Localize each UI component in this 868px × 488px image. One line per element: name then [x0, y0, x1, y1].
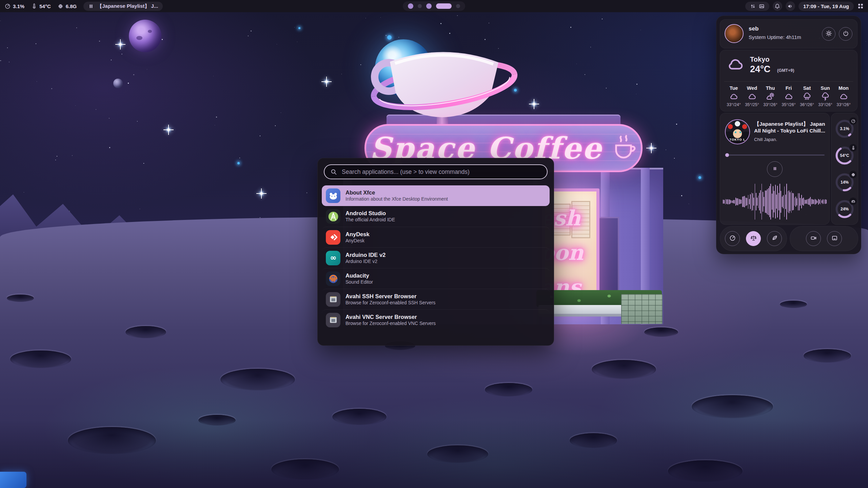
- waveform-bar: [743, 196, 744, 207]
- star: [457, 15, 458, 16]
- performance-profile-button[interactable]: [725, 231, 740, 246]
- shop-tiles: [621, 294, 663, 324]
- star: [57, 156, 57, 157]
- forecast-day-wed: Wed35°/25°: [744, 85, 760, 108]
- network-traffic-icon[interactable]: [750, 3, 756, 9]
- star: [689, 204, 689, 204]
- search-bar[interactable]: [324, 164, 548, 179]
- app-row-audacity[interactable]: AudacitySound Editor: [322, 268, 550, 289]
- cloud-icon: [725, 56, 746, 73]
- app-row-arduino-ide-v2[interactable]: ∞Arduino IDE v2Arduino IDE v2: [322, 247, 550, 268]
- topbar-right-cluster: 17:09 - Tue, 19 Aug: [745, 1, 868, 11]
- workspace-dot-1[interactable]: [408, 3, 413, 9]
- waveform-bar: [736, 198, 737, 205]
- xfce-app-icon: [326, 188, 340, 203]
- pause-icon: [88, 3, 94, 9]
- search-input[interactable]: [341, 168, 541, 176]
- now-playing-pill[interactable]: 【Japanese Playlist】 J...: [83, 2, 163, 11]
- gauge-disk: 24%: [834, 199, 855, 219]
- star: [55, 160, 56, 160]
- forecast-temps: 36°/26°: [800, 102, 814, 107]
- audio-visualizer: [723, 182, 827, 221]
- powersaver-profile-button[interactable]: [767, 231, 782, 246]
- app-description: Sound Editor: [346, 280, 373, 285]
- cloud-icon: [748, 92, 756, 101]
- notifications-button[interactable]: [773, 1, 782, 11]
- waveform-bar: [796, 198, 797, 205]
- forecast-temps: 33°/26°: [836, 102, 850, 107]
- audacity-app-icon: [326, 271, 340, 286]
- avahi-app-icon: [326, 313, 340, 327]
- forecast-day-label: Thu: [766, 85, 775, 91]
- settings-button[interactable]: [822, 27, 835, 41]
- waveform-bar: [774, 191, 774, 212]
- star: [590, 47, 591, 47]
- star: [602, 19, 603, 19]
- user-card: seb System Uptime: 4h11m: [720, 19, 857, 48]
- tray-pill: [745, 2, 769, 11]
- balanced-profile-button[interactable]: [746, 231, 761, 246]
- crater: [592, 360, 656, 379]
- app-grid-icon[interactable]: [857, 3, 864, 9]
- star: [111, 60, 112, 60]
- app-row-anydesk[interactable]: AnyDeskAnyDesk: [322, 227, 550, 247]
- workspace-dot-3[interactable]: [426, 3, 432, 9]
- topbar-left-cluster: 3.1%54°C6.8G 【Japanese Playlist】 J...: [0, 2, 163, 11]
- workspace-dot-5[interactable]: [456, 4, 460, 8]
- waveform-bar: [775, 185, 776, 219]
- waveform-bar: [807, 199, 807, 204]
- app-name: Avahi VNC Server Browser: [346, 314, 436, 320]
- volume-button[interactable]: [786, 1, 795, 11]
- power-profiles-group: [720, 226, 787, 251]
- workspace-dots: [403, 1, 465, 11]
- stat-gauge: 3.1%: [5, 3, 24, 9]
- waveform-bar: [768, 188, 769, 215]
- wallpaper-icon[interactable]: [759, 3, 765, 9]
- forecast-temps: 33°/26°: [818, 102, 832, 107]
- track-progress-slider[interactable]: [725, 153, 825, 157]
- waveform-bar: [759, 193, 760, 210]
- waveform-bar: [826, 200, 827, 204]
- capture-tools-group: [790, 226, 858, 251]
- forecast-day-tue: Tue33°/24°: [726, 85, 742, 108]
- crater: [125, 326, 166, 338]
- power-button[interactable]: [839, 27, 852, 41]
- waveform-bar: [734, 200, 735, 204]
- waveform-bar: [809, 198, 810, 205]
- waveform-bar: [786, 184, 787, 220]
- app-row-android-studio[interactable]: Android StudioThe official Android IDE: [322, 206, 550, 227]
- waveform-bar: [822, 200, 822, 203]
- star: [294, 27, 295, 27]
- workspace-dot-4[interactable]: [436, 3, 452, 9]
- star: [277, 44, 277, 44]
- app-description: The official Android IDE: [346, 217, 395, 222]
- sign-coffee-cup-icon: [611, 134, 637, 162]
- app-row-avahi-vnc-server-browser[interactable]: Avahi VNC Server BrowserBrowse for Zeroc…: [322, 309, 550, 330]
- waveform-bar: [821, 199, 821, 204]
- progress-thumb[interactable]: [725, 153, 729, 157]
- star: [215, 125, 215, 125]
- waveform-bar: [732, 201, 733, 203]
- app-row-about-xfce[interactable]: About XfceInformation about the Xfce Des…: [322, 185, 550, 206]
- star: [216, 117, 217, 118]
- star: [213, 76, 214, 76]
- screen-record-button[interactable]: [806, 231, 821, 246]
- play-pause-button[interactable]: [767, 161, 783, 177]
- bright-star: [237, 162, 240, 164]
- system-uptime: System Uptime: 4h11m: [749, 34, 801, 40]
- screenshot-button[interactable]: [827, 231, 842, 246]
- music-player-card: TOKYO L 【Japanese Playlist】 Japan All Ni…: [720, 113, 830, 225]
- anydesk-app-icon: [326, 230, 340, 245]
- purple-planet: [129, 20, 161, 52]
- gauge-icon: [849, 117, 857, 125]
- app-launcher: About XfceInformation about the Xfce Des…: [317, 158, 554, 346]
- app-row-avahi-ssh-server-browser[interactable]: Avahi SSH Server BrowserBrowse for Zeroc…: [322, 289, 550, 309]
- star: [585, 74, 585, 75]
- scales-icon: [750, 235, 757, 242]
- waveform-bar: [790, 192, 790, 211]
- workspace-dot-2[interactable]: [418, 4, 422, 8]
- waveform-bar: [750, 194, 751, 209]
- app-name: Android Studio: [346, 210, 395, 216]
- waveform-bar: [763, 192, 763, 212]
- clock-pill[interactable]: 17:09 - Tue, 19 Aug: [798, 2, 854, 11]
